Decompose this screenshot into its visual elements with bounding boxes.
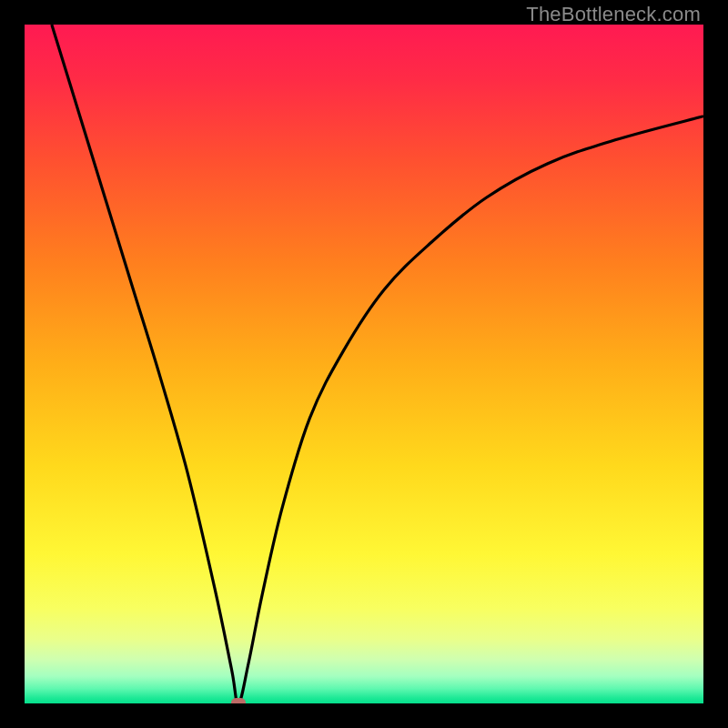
watermark-text: TheBottleneck.com — [526, 3, 701, 26]
chart-plot-area — [25, 25, 703, 703]
chart-marker-dot — [231, 698, 246, 703]
chart-curve-layer — [25, 25, 703, 703]
bottleneck-curve — [52, 25, 703, 703]
